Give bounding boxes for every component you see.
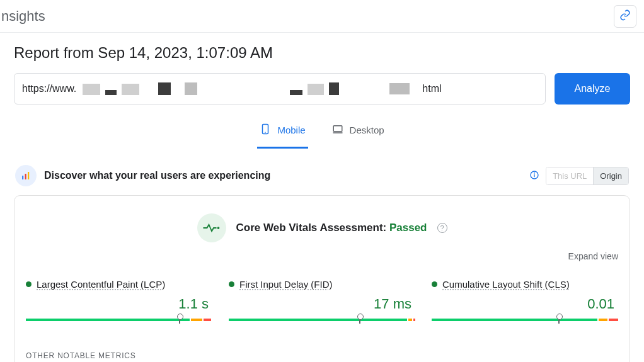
- help-icon[interactable]: ?: [437, 223, 447, 233]
- metric-cls: Cumulative Layout Shift (CLS) 0.01: [432, 279, 618, 322]
- url-row: https://www. html Analy: [14, 73, 630, 105]
- metric-fid: First Input Delay (FID) 17 ms: [229, 279, 415, 322]
- mobile-icon: [260, 122, 271, 138]
- metric-lcp-bar: [26, 314, 212, 322]
- other-metrics-label: OTHER NOTABLE METRICS: [23, 351, 621, 360]
- discover-left: Discover what your real users are experi…: [15, 165, 270, 186]
- discover-row: Discover what your real users are experi…: [14, 165, 630, 186]
- url-prefix: https://www.: [22, 83, 76, 94]
- svg-point-9: [534, 173, 535, 173]
- status-dot-icon: [26, 281, 32, 287]
- link-icon: [619, 9, 631, 23]
- segment-origin[interactable]: Origin: [593, 167, 628, 184]
- url-origin-toggle: This URL Origin: [546, 167, 629, 185]
- metric-lcp-name[interactable]: Largest Contentful Paint (LCP): [37, 279, 165, 290]
- info-icon[interactable]: [529, 170, 539, 182]
- svg-point-10: [217, 227, 219, 229]
- metric-fid-bar: [229, 314, 415, 322]
- redacted-url-part-3: [389, 83, 410, 94]
- discover-right: This URL Origin: [529, 167, 629, 185]
- tab-desktop-label: Desktop: [350, 125, 384, 135]
- svg-point-1: [265, 132, 267, 133]
- svg-rect-5: [25, 174, 26, 179]
- metric-lcp-value: 1.1 s: [26, 296, 212, 312]
- top-bar: nsights: [0, 0, 644, 33]
- report-title: Report from Sep 14, 2023, 1:07:09 AM: [14, 44, 630, 62]
- segment-this-url[interactable]: This URL: [546, 167, 593, 184]
- url-input[interactable]: https://www. html: [14, 73, 546, 105]
- cwv-card: Core Web Vitals Assessment: Passed ? Exp…: [14, 195, 630, 362]
- content: Report from Sep 14, 2023, 1:07:09 AM htt…: [0, 33, 644, 362]
- svg-rect-6: [28, 172, 29, 179]
- tab-desktop[interactable]: Desktop: [330, 116, 387, 149]
- svg-rect-4: [22, 176, 23, 179]
- tab-mobile-label: Mobile: [277, 125, 305, 135]
- copy-link-button[interactable]: [614, 5, 636, 28]
- metric-cls-name[interactable]: Cumulative Layout Shift (CLS): [442, 279, 570, 290]
- metric-cls-bar: [432, 314, 618, 322]
- redacted-url-part: [83, 82, 197, 95]
- app-title: nsights: [0, 8, 45, 25]
- cwv-label: Core Web Vitals Assessment: Passed: [236, 222, 427, 234]
- marker-icon: [359, 316, 360, 324]
- redacted-url-part-2: [290, 82, 339, 95]
- marker-icon: [558, 316, 560, 324]
- device-tabs: Mobile Desktop: [14, 116, 630, 149]
- vitals-pulse-icon: [197, 213, 226, 242]
- cwv-header: Core Web Vitals Assessment: Passed ?: [23, 213, 621, 242]
- cwv-status: Passed: [389, 222, 427, 234]
- metric-fid-name[interactable]: First Input Delay (FID): [239, 279, 333, 290]
- analyze-button[interactable]: Analyze: [555, 73, 630, 105]
- status-dot-icon: [432, 281, 437, 287]
- discover-text: Discover what your real users are experi…: [44, 170, 270, 181]
- svg-rect-2: [333, 126, 342, 132]
- url-suffix: html: [422, 83, 441, 94]
- status-dot-icon: [229, 281, 234, 287]
- metric-cls-value: 0.01: [432, 296, 618, 312]
- discover-icon: [15, 165, 37, 186]
- cwv-label-text: Core Web Vitals Assessment:: [236, 222, 389, 234]
- tab-mobile[interactable]: Mobile: [257, 116, 308, 149]
- metrics-row: Largest Contentful Paint (LCP) 1.1 s Fir…: [23, 279, 621, 322]
- metric-lcp: Largest Contentful Paint (LCP) 1.1 s: [26, 279, 212, 322]
- metric-fid-value: 17 ms: [229, 296, 415, 312]
- expand-view-link[interactable]: Expand view: [23, 251, 621, 261]
- desktop-icon: [332, 122, 343, 138]
- marker-icon: [179, 316, 180, 324]
